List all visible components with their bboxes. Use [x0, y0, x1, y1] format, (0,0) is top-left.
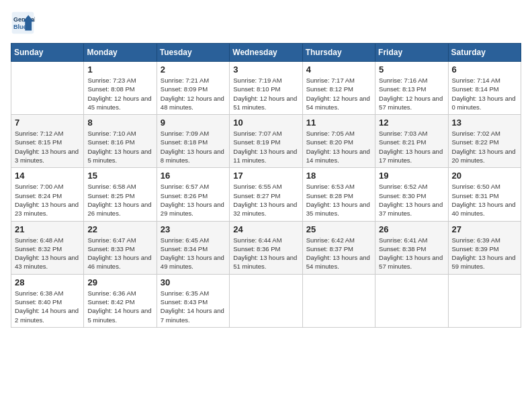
day-info: Sunrise: 6:58 AMSunset: 8:25 PMDaylight:… [87, 182, 152, 218]
day-info: Sunrise: 7:02 AMSunset: 8:22 PMDaylight:… [452, 129, 517, 165]
day-info: Sunrise: 6:48 AMSunset: 8:32 PMDaylight:… [15, 236, 80, 271]
day-info: Sunrise: 6:47 AMSunset: 8:33 PMDaylight:… [87, 236, 152, 271]
calendar-cell: 19Sunrise: 6:52 AMSunset: 8:30 PMDayligh… [375, 168, 448, 221]
day-number: 18 [306, 171, 371, 181]
calendar-cell [11, 62, 84, 115]
calendar-cell: 29Sunrise: 6:36 AMSunset: 8:42 PMDayligh… [84, 274, 157, 327]
day-number: 30 [161, 277, 226, 287]
calendar-cell: 10Sunrise: 7:07 AMSunset: 8:19 PMDayligh… [230, 115, 302, 168]
day-info: Sunrise: 7:17 AMSunset: 8:12 PMDaylight:… [306, 76, 371, 111]
day-number: 29 [87, 277, 152, 287]
calendar-cell [302, 274, 375, 327]
calendar-cell: 2Sunrise: 7:21 AMSunset: 8:09 PMDaylight… [157, 62, 229, 115]
calendar-cell: 12Sunrise: 7:03 AMSunset: 8:21 PMDayligh… [375, 115, 448, 168]
calendar-cell [375, 274, 448, 327]
calendar-cell: 3Sunrise: 7:19 AMSunset: 8:10 PMDaylight… [230, 62, 302, 115]
weekday-header-monday: Monday [84, 44, 157, 62]
weekday-header-wednesday: Wednesday [230, 44, 302, 62]
calendar-week-3: 14Sunrise: 7:00 AMSunset: 8:24 PMDayligh… [11, 168, 521, 221]
day-info: Sunrise: 7:23 AMSunset: 8:08 PMDaylight:… [87, 76, 152, 111]
day-info: Sunrise: 6:52 AMSunset: 8:30 PMDaylight:… [379, 182, 444, 218]
svg-text:Blue: Blue [13, 24, 27, 30]
calendar-cell: 21Sunrise: 6:48 AMSunset: 8:32 PMDayligh… [11, 221, 84, 274]
calendar-cell: 8Sunrise: 7:10 AMSunset: 8:16 PMDaylight… [84, 115, 157, 168]
calendar-cell: 9Sunrise: 7:09 AMSunset: 8:18 PMDaylight… [157, 115, 229, 168]
day-number: 3 [233, 64, 298, 75]
weekday-header-friday: Friday [375, 44, 448, 62]
weekday-header-sunday: Sunday [11, 44, 84, 62]
weekday-header-saturday: Saturday [448, 44, 521, 62]
calendar-week-4: 21Sunrise: 6:48 AMSunset: 8:32 PMDayligh… [11, 221, 521, 274]
day-info: Sunrise: 7:21 AMSunset: 8:09 PMDaylight:… [161, 76, 226, 111]
day-number: 2 [161, 64, 226, 75]
day-number: 6 [452, 64, 517, 75]
calendar-cell: 7Sunrise: 7:12 AMSunset: 8:15 PMDaylight… [11, 115, 84, 168]
calendar-cell: 15Sunrise: 6:58 AMSunset: 8:25 PMDayligh… [84, 168, 157, 221]
calendar-cell [230, 274, 302, 327]
day-number: 24 [233, 224, 298, 234]
day-info: Sunrise: 6:35 AMSunset: 8:43 PMDaylight:… [161, 289, 226, 324]
calendar-week-2: 7Sunrise: 7:12 AMSunset: 8:15 PMDaylight… [11, 115, 521, 168]
logo-icon: General Blue [11, 11, 35, 35]
calendar-week-5: 28Sunrise: 6:38 AMSunset: 8:40 PMDayligh… [11, 274, 521, 327]
calendar-cell: 13Sunrise: 7:02 AMSunset: 8:22 PMDayligh… [448, 115, 521, 168]
day-number: 7 [15, 118, 80, 128]
day-info: Sunrise: 6:39 AMSunset: 8:39 PMDaylight:… [452, 236, 517, 271]
calendar-cell: 17Sunrise: 6:55 AMSunset: 8:27 PMDayligh… [230, 168, 302, 221]
calendar-cell: 25Sunrise: 6:42 AMSunset: 8:37 PMDayligh… [302, 221, 375, 274]
day-number: 19 [379, 171, 444, 181]
day-info: Sunrise: 7:12 AMSunset: 8:15 PMDaylight:… [15, 129, 80, 165]
calendar-cell: 24Sunrise: 6:44 AMSunset: 8:36 PMDayligh… [230, 221, 302, 274]
weekday-header-tuesday: Tuesday [157, 44, 229, 62]
day-number: 26 [379, 224, 444, 234]
day-number: 20 [452, 171, 517, 181]
day-info: Sunrise: 7:14 AMSunset: 8:14 PMDaylight:… [452, 76, 517, 111]
weekday-header-thursday: Thursday [302, 44, 375, 62]
day-number: 27 [452, 224, 517, 234]
calendar-cell: 27Sunrise: 6:39 AMSunset: 8:39 PMDayligh… [448, 221, 521, 274]
day-number: 16 [161, 171, 226, 181]
calendar-cell [448, 274, 521, 327]
calendar-cell: 30Sunrise: 6:35 AMSunset: 8:43 PMDayligh… [157, 274, 229, 327]
day-info: Sunrise: 7:03 AMSunset: 8:21 PMDaylight:… [379, 129, 444, 165]
day-number: 11 [306, 118, 371, 128]
calendar-cell: 16Sunrise: 6:57 AMSunset: 8:26 PMDayligh… [157, 168, 229, 221]
day-info: Sunrise: 6:57 AMSunset: 8:26 PMDaylight:… [161, 182, 226, 218]
day-number: 25 [306, 224, 371, 234]
day-number: 22 [87, 224, 152, 234]
calendar-cell: 5Sunrise: 7:16 AMSunset: 8:13 PMDaylight… [375, 62, 448, 115]
day-number: 1 [87, 64, 152, 75]
day-info: Sunrise: 6:45 AMSunset: 8:34 PMDaylight:… [161, 236, 226, 271]
day-number: 17 [233, 171, 298, 181]
day-number: 5 [379, 64, 444, 75]
calendar-table: SundayMondayTuesdayWednesdayThursdayFrid… [11, 43, 521, 328]
day-number: 13 [452, 118, 517, 128]
day-info: Sunrise: 7:09 AMSunset: 8:18 PMDaylight:… [161, 129, 226, 165]
calendar-week-1: 1Sunrise: 7:23 AMSunset: 8:08 PMDaylight… [11, 62, 521, 115]
day-number: 15 [87, 171, 152, 181]
day-info: Sunrise: 6:44 AMSunset: 8:36 PMDaylight:… [233, 236, 298, 271]
day-number: 21 [15, 224, 80, 234]
day-number: 10 [233, 118, 298, 128]
day-info: Sunrise: 7:00 AMSunset: 8:24 PMDaylight:… [15, 182, 80, 218]
day-number: 4 [306, 64, 371, 75]
day-info: Sunrise: 6:38 AMSunset: 8:40 PMDaylight:… [15, 289, 80, 324]
day-number: 28 [15, 277, 80, 287]
calendar-cell: 26Sunrise: 6:41 AMSunset: 8:38 PMDayligh… [375, 221, 448, 274]
calendar-cell: 11Sunrise: 7:05 AMSunset: 8:20 PMDayligh… [302, 115, 375, 168]
page-header: General Blue [11, 11, 521, 35]
day-info: Sunrise: 6:55 AMSunset: 8:27 PMDaylight:… [233, 182, 298, 218]
day-info: Sunrise: 6:41 AMSunset: 8:38 PMDaylight:… [379, 236, 444, 271]
calendar-cell: 18Sunrise: 6:53 AMSunset: 8:28 PMDayligh… [302, 168, 375, 221]
day-number: 12 [379, 118, 444, 128]
day-info: Sunrise: 6:50 AMSunset: 8:31 PMDaylight:… [452, 182, 517, 218]
day-info: Sunrise: 6:42 AMSunset: 8:37 PMDaylight:… [306, 236, 371, 271]
day-info: Sunrise: 7:16 AMSunset: 8:13 PMDaylight:… [379, 76, 444, 111]
day-info: Sunrise: 6:36 AMSunset: 8:42 PMDaylight:… [87, 289, 152, 324]
day-info: Sunrise: 6:53 AMSunset: 8:28 PMDaylight:… [306, 182, 371, 218]
calendar-cell: 20Sunrise: 6:50 AMSunset: 8:31 PMDayligh… [448, 168, 521, 221]
calendar-cell: 6Sunrise: 7:14 AMSunset: 8:14 PMDaylight… [448, 62, 521, 115]
day-info: Sunrise: 7:19 AMSunset: 8:10 PMDaylight:… [233, 76, 298, 111]
day-number: 8 [87, 118, 152, 128]
calendar-cell: 23Sunrise: 6:45 AMSunset: 8:34 PMDayligh… [157, 221, 229, 274]
